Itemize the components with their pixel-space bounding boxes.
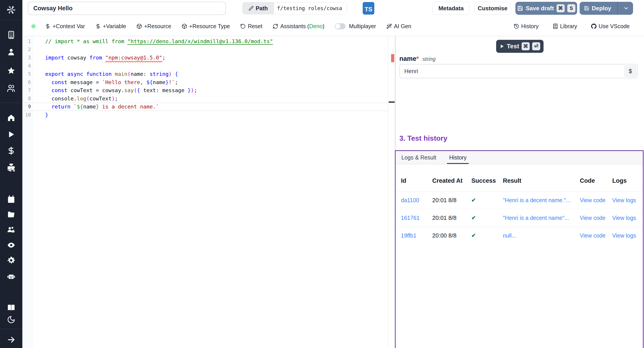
sidebar — [0, 0, 22, 348]
library-label: Library — [560, 23, 577, 30]
add-variable-button[interactable]: +Variable — [95, 23, 126, 30]
sidebar-item-arrow-right-icon[interactable] — [7, 336, 16, 344]
view-code-link[interactable]: View code — [580, 197, 612, 204]
script-title-input[interactable] — [28, 2, 226, 15]
deploy-button[interactable]: Deploy — [580, 2, 633, 15]
history-row: 19ffb120:00 8/8✔null...View codeView log… — [396, 227, 643, 244]
metadata-button[interactable]: Metadata — [432, 2, 470, 15]
created-at: 20:00 8/8 — [432, 232, 471, 239]
sidebar-divider — [0, 103, 22, 103]
sidebar-item-star-icon[interactable] — [7, 66, 16, 75]
variable-picker-button[interactable]: $ — [624, 66, 636, 77]
path-button[interactable]: Path — [242, 2, 274, 14]
sidebar-item-users-gear-icon[interactable] — [7, 226, 16, 234]
tab-logs-result[interactable]: Logs & Result — [402, 151, 436, 164]
code-line-8: 8 console.log(cowText); — [22, 94, 388, 103]
windmill-script-editor: Path TS Metadata Customise Save draft ⌘ … — [0, 0, 644, 348]
history-tabbar: Logs & ResultHistory — [396, 151, 643, 164]
view-logs-link[interactable]: View logs — [612, 215, 643, 221]
wand-icon — [386, 24, 392, 29]
sidebar-item-book-icon[interactable] — [7, 304, 16, 312]
multiplayer-toggle[interactable] — [335, 23, 346, 29]
add-context-var-button[interactable]: +Context Var — [45, 23, 85, 30]
test-button[interactable]: Test ⌘ ⏎ — [496, 40, 544, 53]
result-preview-link[interactable]: "Henri is a decent name"... — [503, 215, 580, 221]
customise-button[interactable]: Customise — [474, 2, 511, 15]
reset-button[interactable]: Reset — [240, 23, 262, 30]
sidebar-item-user-icon[interactable] — [7, 48, 16, 56]
kbd-enter: ⏎ — [532, 42, 540, 50]
field-type: string — [422, 56, 436, 62]
rotate-ccw-icon — [240, 24, 246, 29]
job-id-link[interactable]: 19ffb1 — [401, 232, 432, 239]
deploy-label: Deploy — [592, 5, 611, 12]
view-code-link[interactable]: View code — [580, 232, 612, 239]
line-number: 2 — [22, 46, 33, 54]
job-id-link[interactable]: 161761 — [401, 215, 432, 221]
package-icon — [182, 24, 187, 29]
status-dot — [31, 24, 36, 28]
windmill-logo[interactable] — [0, 0, 22, 20]
job-id-link[interactable]: da1100 — [401, 197, 432, 204]
multiplayer-label: Multiplayer — [349, 23, 376, 30]
name-input[interactable] — [400, 64, 637, 78]
sidebar-item-building-icon[interactable] — [7, 31, 16, 39]
add-resource-type-label: +Resource Type — [189, 23, 230, 30]
add-resource-button[interactable]: +Resource — [136, 23, 171, 30]
view-logs-link[interactable]: View logs — [612, 232, 643, 239]
code-line-10: 10} — [22, 111, 388, 119]
add-variable-label: +Variable — [103, 23, 126, 30]
sidebar-item-calendar-icon[interactable] — [7, 195, 16, 204]
save-icon — [584, 5, 589, 11]
book-icon — [552, 24, 558, 29]
deploy-dropdown-button[interactable] — [620, 5, 632, 11]
result-preview-link[interactable]: "Henri is a decent name."... — [503, 197, 580, 204]
code-line-9: 9 return `${name} is a decent name.` — [22, 103, 388, 111]
sidebar-item-boxes-icon[interactable] — [7, 163, 16, 172]
column-header-created-at: Created At — [432, 177, 471, 184]
test-label: Test — [507, 43, 519, 50]
sidebar-item-moon-icon[interactable] — [7, 315, 16, 324]
sidebar-item-home-icon[interactable] — [7, 114, 16, 122]
refresh-icon — [272, 24, 278, 29]
sidebar-item-folder-icon[interactable] — [7, 210, 16, 219]
sidebar-item-eye-icon[interactable] — [7, 241, 16, 249]
sidebar-item-robot-icon[interactable] — [7, 272, 16, 281]
sidebar-item-play-icon[interactable] — [7, 130, 16, 139]
result-preview-link[interactable]: null... — [503, 232, 580, 239]
sidebar-item-gear-icon[interactable] — [7, 256, 16, 264]
line-number: 9 — [22, 103, 33, 111]
editor-toolbar: +Context Var +Variable +Resource +Resour… — [22, 16, 644, 36]
sidebar-item-dollar-icon[interactable] — [7, 146, 16, 155]
path-group: Path — [242, 2, 347, 14]
overview-ruler — [388, 36, 395, 348]
code-line-6: 6 const message = `Hello there, ${name}!… — [22, 78, 388, 86]
history-button[interactable]: History — [514, 23, 539, 30]
toggle-knob — [335, 24, 340, 29]
path-input[interactable] — [274, 2, 347, 14]
kbd-cmd: ⌘ — [556, 4, 564, 12]
typescript-badge: TS — [363, 2, 374, 14]
add-resource-type-button[interactable]: +Resource Type — [182, 23, 230, 30]
assistants-button[interactable]: Assistants (Deno) — [272, 23, 324, 30]
assistants-lang: Deno — [309, 23, 323, 29]
ai-gen-button[interactable]: AI Gen — [386, 23, 412, 30]
use-vscode-button[interactable]: Use VScode — [591, 23, 630, 30]
chevron-down-icon — [623, 5, 629, 11]
ai-gen-label: AI Gen — [394, 23, 412, 30]
code-editor[interactable]: 1// import * as wmill from "https://deno… — [22, 36, 395, 348]
required-asterisk: * — [416, 55, 419, 62]
tab-history[interactable]: History — [449, 151, 467, 164]
view-logs-link[interactable]: View logs — [612, 197, 643, 204]
error-marker — [391, 54, 394, 62]
success-check-icon: ✔ — [471, 197, 503, 203]
sidebar-item-users-icon[interactable] — [7, 84, 16, 92]
pencil-icon — [249, 6, 254, 11]
library-button[interactable]: Library — [552, 23, 577, 30]
view-code-link[interactable]: View code — [580, 215, 612, 221]
line-number: 6 — [22, 78, 33, 86]
save-draft-button[interactable]: Save draft ⌘ S — [516, 2, 577, 15]
top-bar: Path TS Metadata Customise Save draft ⌘ … — [22, 0, 644, 16]
created-at: 20:01 8/8 — [432, 214, 471, 222]
path-button-label: Path — [256, 5, 268, 12]
